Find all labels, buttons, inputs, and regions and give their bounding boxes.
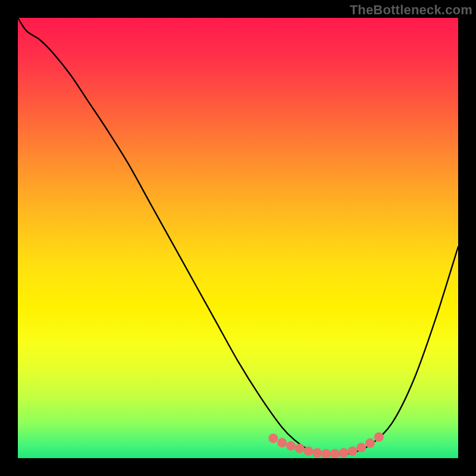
marker-dot xyxy=(330,449,340,458)
marker-dot xyxy=(286,441,296,450)
marker-dot xyxy=(312,448,322,458)
marker-dot xyxy=(277,438,287,447)
plot-area xyxy=(18,18,458,458)
marker-dot xyxy=(347,446,357,456)
marker-dot xyxy=(356,443,366,452)
marker-dot xyxy=(295,444,305,453)
marker-dot xyxy=(339,448,349,458)
curve-path xyxy=(18,18,458,455)
chart-frame: TheBottleneck.com xyxy=(0,0,476,476)
bottleneck-curve xyxy=(18,18,458,458)
watermark-text: TheBottleneck.com xyxy=(350,2,472,18)
marker-dot xyxy=(268,434,278,443)
marker-dot xyxy=(374,433,384,442)
marker-dot xyxy=(321,449,331,458)
marker-group xyxy=(268,433,384,459)
marker-dot xyxy=(365,439,375,448)
marker-dot xyxy=(303,446,313,456)
